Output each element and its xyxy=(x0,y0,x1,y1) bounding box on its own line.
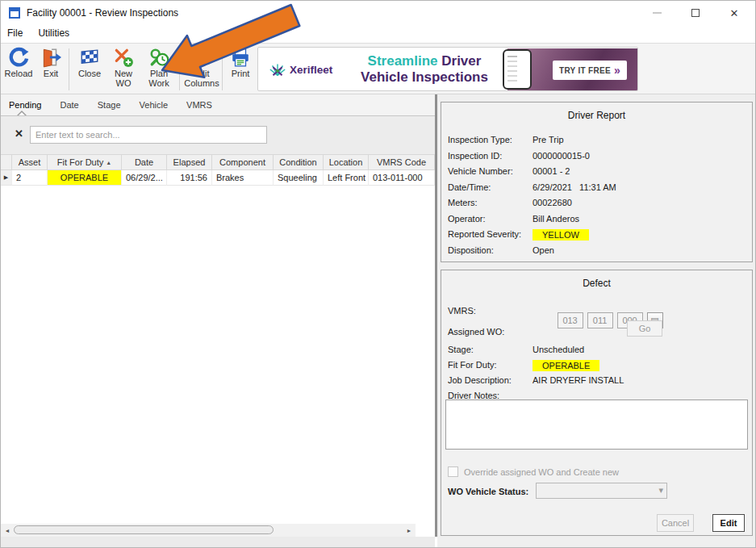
cell-location[interactable]: Left Front xyxy=(324,170,369,186)
menu-utilities[interactable]: Utilities xyxy=(31,25,76,41)
row-indicator-header xyxy=(1,154,12,170)
chevron-down-icon: ▾ xyxy=(658,485,663,496)
table-row[interactable]: ▶ 2 OPERABLE 06/29/2... 191:56 Brakes Sq… xyxy=(1,170,435,186)
column-header-condition[interactable]: Condition xyxy=(274,154,324,170)
wo-vehicle-status-select[interactable]: ▾ xyxy=(536,483,667,499)
tab-date[interactable]: Date xyxy=(52,94,86,116)
xerifleet-brand: Xerifleet xyxy=(268,61,332,78)
column-header-asset[interactable]: Asset xyxy=(12,154,48,170)
search-input[interactable] xyxy=(30,126,267,144)
toolbar: Reload Exit Close New WO Plan Work xyxy=(1,43,755,94)
print-button[interactable]: Print xyxy=(226,46,255,93)
tab-vmrs[interactable]: VMRS xyxy=(178,94,220,116)
tab-vehicle[interactable]: Vehicle xyxy=(132,94,176,116)
toolbar-separator xyxy=(69,48,69,90)
field-reported-severity: Reported Severity:YELLOW xyxy=(448,229,521,242)
tab-strip: Pending Date Stage Vehicle VMRS xyxy=(1,94,435,116)
defect-panel: Defect VMRS: 013011000▤ Assigned WO: Go … xyxy=(441,270,753,536)
field-fit-for-duty: Fit For Duty: OPERABLE xyxy=(448,360,497,373)
cell-component[interactable]: Brakes xyxy=(212,170,274,186)
search-row: ✕ xyxy=(1,116,435,154)
cell-condition[interactable]: Squeeling xyxy=(274,170,324,186)
wo-vehicle-status-label: WO Vehicle Status: xyxy=(448,487,528,496)
new-wo-button[interactable]: New WO xyxy=(107,46,140,93)
scroll-right-icon[interactable]: ► xyxy=(403,524,416,537)
banner-headline: Streamline Driver Vehicle Inspections xyxy=(339,53,510,86)
reload-button[interactable]: Reload xyxy=(2,46,35,93)
crossed-tools-plus-icon xyxy=(113,47,134,68)
vmrs-segment-2[interactable]: 011 xyxy=(587,312,613,328)
field-stage: Stage: Unscheduled xyxy=(448,345,474,358)
defect-title: Defect xyxy=(441,278,752,289)
cell-elapsed[interactable]: 191:56 xyxy=(167,170,212,186)
edit-button[interactable]: Edit xyxy=(712,514,745,532)
field-inspection-type: Inspection Type:Pre Trip xyxy=(448,135,512,148)
close-button[interactable]: ✕ xyxy=(720,1,748,25)
try-it-free-button[interactable]: TRY IT FREE » xyxy=(553,61,627,80)
brand-name: Xerifleet xyxy=(290,64,332,76)
horizontal-scrollbar[interactable]: ◄ ► xyxy=(1,524,416,537)
reload-icon xyxy=(8,47,29,68)
edit-columns-button[interactable]: Edit Columns xyxy=(183,46,220,93)
field-operator: Operator:Bill Anderos xyxy=(448,214,485,227)
app-icon xyxy=(9,7,20,19)
window-title: Facility 00001 - Review Inspections xyxy=(27,7,178,19)
wrench-clock-icon xyxy=(148,47,169,68)
plan-work-button[interactable]: Plan Work xyxy=(141,46,177,93)
column-header-vmrs-code[interactable]: VMRS Code xyxy=(369,154,435,170)
cell-vmrs-code[interactable]: 013-011-000 xyxy=(369,170,435,186)
grid-pencil-icon xyxy=(191,47,212,68)
close-icon: ✕ xyxy=(730,8,739,19)
exit-door-icon xyxy=(40,47,61,68)
column-header-location[interactable]: Location xyxy=(324,154,369,170)
sort-asc-icon: ▲ xyxy=(106,160,111,165)
maximize-button[interactable] xyxy=(682,1,709,25)
go-button[interactable]: Go xyxy=(627,320,662,337)
cell-asset[interactable]: 2 xyxy=(12,170,48,186)
cancel-button[interactable]: Cancel xyxy=(657,514,694,532)
grid-header-row: Asset Fit For Duty▲ Date Elapsed Compone… xyxy=(1,154,435,170)
override-checkbox-label: Override assigned WO and Create new xyxy=(464,467,619,477)
title-bar: Facility 00001 - Review Inspections ✕ xyxy=(1,1,755,25)
cell-date[interactable]: 06/29/2... xyxy=(122,170,167,186)
column-header-component[interactable]: Component xyxy=(212,154,274,170)
field-disposition: Disposition:Open xyxy=(448,245,494,258)
column-header-fit-for-duty[interactable]: Fit For Duty▲ xyxy=(48,154,122,170)
field-job-description: Job Description: AIR DRYERF INSTALL xyxy=(448,375,512,388)
toolbar-separator xyxy=(179,48,180,90)
scrollbar-thumb[interactable] xyxy=(14,525,274,534)
fit-for-duty-badge: OPERABLE xyxy=(533,360,599,371)
xerifleet-ad-banner: Xerifleet Streamline Driver Vehicle Insp… xyxy=(257,47,638,91)
toolbar-separator xyxy=(222,48,223,90)
close-inspection-button[interactable]: Close xyxy=(73,46,106,93)
field-vmrs: VMRS: 013011000▤ xyxy=(448,306,476,319)
override-checkbox[interactable] xyxy=(448,466,458,477)
column-header-elapsed[interactable]: Elapsed xyxy=(167,154,212,170)
exit-button[interactable]: Exit xyxy=(36,46,65,93)
driver-notes-textarea[interactable] xyxy=(445,399,748,450)
maximize-icon xyxy=(691,9,700,17)
minimize-button[interactable] xyxy=(643,1,670,25)
app-window: Facility 00001 - Review Inspections ✕ Fi… xyxy=(0,0,756,548)
clear-search-icon[interactable]: ✕ xyxy=(15,128,23,139)
column-header-date[interactable]: Date xyxy=(122,154,167,170)
tab-stage[interactable]: Stage xyxy=(90,94,129,116)
driver-report-panel: Driver Report Inspection Type:Pre Trip I… xyxy=(441,102,753,262)
inspection-list-pane: Pending Date Stage Vehicle VMRS ✕ Asset … xyxy=(1,94,435,548)
minimize-icon xyxy=(653,12,662,14)
chevrons-icon: » xyxy=(614,65,620,76)
field-meters: Meters:00022680 xyxy=(448,198,478,211)
scroll-left-icon[interactable]: ◄ xyxy=(1,524,14,537)
vmrs-segment-1[interactable]: 013 xyxy=(558,312,583,328)
menu-bar: File Utilities xyxy=(1,25,755,43)
detail-pane: Driver Report Inspection Type:Pre Trip I… xyxy=(437,94,756,548)
row-indicator-icon: ▶ xyxy=(1,170,12,186)
cell-fit-for-duty[interactable]: OPERABLE xyxy=(48,170,122,186)
field-date-time: Date/Time:6/29/2021 11:31 AM xyxy=(448,182,491,195)
menu-file[interactable]: File xyxy=(1,25,29,41)
checkered-flag-icon xyxy=(79,47,100,68)
phone-mockup-icon xyxy=(503,49,532,90)
severity-badge: YELLOW xyxy=(533,229,589,241)
inspections-grid: Asset Fit For Duty▲ Date Elapsed Compone… xyxy=(1,154,435,186)
field-assigned-wo: Assigned WO: xyxy=(448,327,504,340)
